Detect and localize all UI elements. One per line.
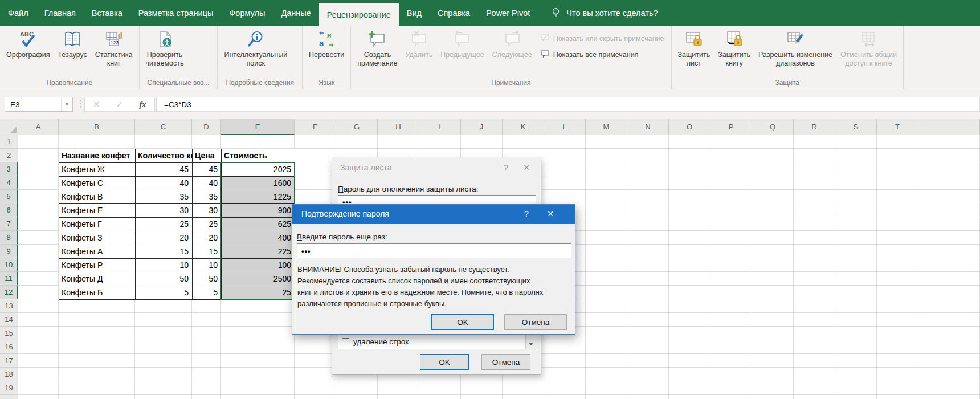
- cell-B15[interactable]: [59, 327, 135, 340]
- cell-T5[interactable]: [877, 190, 918, 203]
- cell-K1[interactable]: [503, 135, 544, 149]
- cell-M3[interactable]: [586, 162, 627, 176]
- cell-F3[interactable]: [295, 162, 336, 176]
- cell-T20[interactable]: [877, 395, 918, 399]
- cell-E20[interactable]: [221, 395, 295, 399]
- cell-T2[interactable]: [877, 149, 918, 162]
- table-cell-B12[interactable]: Конфеты Б: [59, 286, 136, 300]
- row-header-17[interactable]: 17: [0, 354, 18, 368]
- table-cell-B8[interactable]: Конфеты З: [59, 231, 136, 245]
- cell-L17[interactable]: [544, 354, 586, 368]
- workbook-statistics-button[interactable]: 123Статистика книг: [91, 27, 137, 78]
- cell-T6[interactable]: [877, 203, 918, 217]
- protect-sheet-cancel-button[interactable]: Отмена: [481, 354, 530, 370]
- cell-P2[interactable]: [710, 149, 752, 162]
- cell-M18[interactable]: [586, 368, 627, 381]
- cell-R6[interactable]: [794, 203, 835, 217]
- table-cell-B6[interactable]: Конфеты Е: [59, 204, 136, 218]
- cell-M5[interactable]: [586, 190, 627, 203]
- cell-N13[interactable]: [627, 299, 669, 313]
- table-cell-B5[interactable]: Конфеты В: [59, 190, 136, 204]
- cell-C16[interactable]: [135, 340, 192, 354]
- close-icon[interactable]: ✕: [518, 158, 535, 177]
- formula-input[interactable]: =C3*D3: [156, 97, 980, 112]
- cell-E14[interactable]: [221, 313, 295, 327]
- cell-D20[interactable]: [192, 395, 221, 399]
- cell-G1[interactable]: [336, 135, 378, 149]
- table-cell-D5[interactable]: 35: [193, 190, 222, 204]
- table-cell-C5[interactable]: 35: [136, 190, 193, 204]
- cell-T19[interactable]: [877, 381, 918, 395]
- cell-S5[interactable]: [835, 190, 877, 203]
- cell-T14[interactable]: [877, 313, 918, 327]
- table-cell-C9[interactable]: 15: [136, 245, 193, 259]
- cell-A2[interactable]: [18, 149, 59, 162]
- row-header-4[interactable]: 4: [0, 176, 18, 190]
- table-header-D2[interactable]: Цена: [193, 149, 222, 163]
- cell-M10[interactable]: [586, 258, 627, 272]
- cell-F20[interactable]: [295, 395, 336, 399]
- cell-L5[interactable]: [544, 190, 586, 203]
- cell-S16[interactable]: [835, 340, 877, 354]
- table-cell-C6[interactable]: 30: [136, 204, 193, 218]
- row-header-19[interactable]: 19: [0, 381, 18, 395]
- cell-D15[interactable]: [192, 327, 221, 340]
- column-header-C[interactable]: C: [135, 119, 192, 135]
- row-header-16[interactable]: 16: [0, 340, 18, 354]
- cell-S20[interactable]: [835, 395, 877, 399]
- cell-Q2[interactable]: [752, 149, 794, 162]
- cell-O7[interactable]: [669, 217, 710, 231]
- cell-O3[interactable]: [669, 162, 710, 176]
- cell-F2[interactable]: [295, 149, 336, 162]
- cell-R4[interactable]: [794, 176, 835, 190]
- cell-L1[interactable]: [544, 135, 586, 149]
- cell-S7[interactable]: [835, 217, 877, 231]
- cell-Q9[interactable]: [752, 245, 794, 258]
- table-cell-B3[interactable]: Конфеты Ж: [59, 163, 136, 177]
- ribbon-tab-view[interactable]: Вид: [399, 0, 430, 26]
- cell-J19[interactable]: [461, 381, 503, 395]
- translate-button[interactable]: яaПеревести: [305, 27, 348, 78]
- cell-G20[interactable]: [336, 395, 378, 399]
- allow-edit-ranges-button[interactable]: Разрешить изменение диапазонов: [754, 27, 836, 78]
- cell-P9[interactable]: [710, 245, 752, 258]
- cell-N12[interactable]: [627, 286, 669, 299]
- row-header-12[interactable]: 12: [0, 286, 18, 299]
- cell-M15[interactable]: [586, 327, 627, 340]
- cell-R12[interactable]: [794, 286, 835, 299]
- cell-B20[interactable]: [59, 395, 135, 399]
- cell-B14[interactable]: [59, 313, 135, 327]
- cell-N7[interactable]: [627, 217, 669, 231]
- table-cell-C7[interactable]: 25: [136, 218, 193, 231]
- checkbox-delete-rows[interactable]: [342, 338, 349, 345]
- cell-P7[interactable]: [710, 217, 752, 231]
- cell-R19[interactable]: [794, 381, 835, 395]
- cell-A16[interactable]: [18, 340, 59, 354]
- column-header-I[interactable]: I: [419, 119, 461, 135]
- cell-O8[interactable]: [669, 231, 710, 245]
- cell-P10[interactable]: [710, 258, 752, 272]
- ribbon-tab-help[interactable]: Справка: [430, 0, 478, 26]
- row-header-15[interactable]: 15: [0, 327, 18, 340]
- cell-C19[interactable]: [135, 381, 192, 395]
- cell-N14[interactable]: [627, 313, 669, 327]
- cell-T18[interactable]: [877, 368, 918, 381]
- cell-Q8[interactable]: [752, 231, 794, 245]
- cell-O11[interactable]: [669, 272, 710, 286]
- ribbon-tab-insert[interactable]: Вставка: [84, 0, 130, 26]
- ribbon-tab-review[interactable]: Рецензирование: [319, 3, 399, 26]
- cell-O1[interactable]: [669, 135, 710, 149]
- cell-M14[interactable]: [586, 313, 627, 327]
- cell-O16[interactable]: [669, 340, 710, 354]
- cell-C18[interactable]: [135, 368, 192, 381]
- cell-N8[interactable]: [627, 231, 669, 245]
- cell-T17[interactable]: [877, 354, 918, 368]
- insert-function-icon[interactable]: fx: [139, 100, 146, 109]
- row-header-3[interactable]: 3: [0, 162, 18, 176]
- cell-N2[interactable]: [627, 149, 669, 162]
- column-header-L[interactable]: L: [544, 119, 586, 135]
- cell-P4[interactable]: [710, 176, 752, 190]
- cell-M16[interactable]: [586, 340, 627, 354]
- formula-bar-handle-icon[interactable]: ⋮: [76, 99, 85, 109]
- cell-O14[interactable]: [669, 313, 710, 327]
